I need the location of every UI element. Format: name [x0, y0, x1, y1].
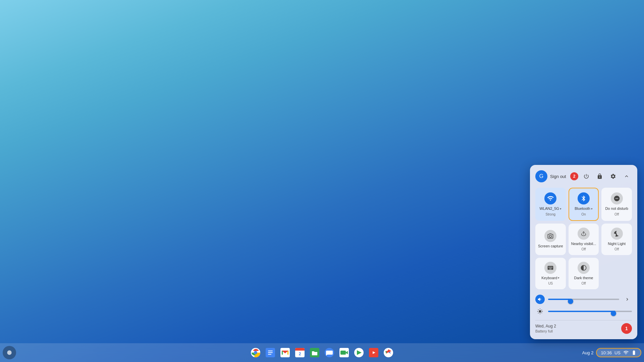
- notification-badge[interactable]: 2: [570, 172, 578, 180]
- taskbar-app-photos[interactable]: [382, 346, 395, 359]
- launcher-button[interactable]: [3, 346, 16, 359]
- screen-capture-icon: [544, 230, 556, 242]
- bluetooth-icon: [578, 192, 590, 204]
- taskbar-app-youtube[interactable]: [367, 346, 380, 359]
- night-light-label: Night Light: [608, 242, 626, 246]
- bluetooth-label: Bluetooth: [575, 206, 590, 211]
- taskbar-app-meet[interactable]: [337, 346, 351, 359]
- wifi-dropdown-arrow: ▾: [560, 207, 561, 210]
- night-light-tile[interactable]: Night Light Off: [601, 224, 632, 255]
- taskbar-date: Aug 2: [582, 350, 593, 355]
- settings-button[interactable]: [608, 171, 619, 182]
- wifi-tile[interactable]: WLAN2_5G ▾ Strong: [535, 188, 566, 221]
- volume-icon: [535, 295, 545, 304]
- sign-out-button[interactable]: Sign out: [550, 174, 568, 179]
- bluetooth-dropdown-arrow: ▾: [591, 207, 593, 210]
- taskbar-app-docs[interactable]: [264, 346, 277, 359]
- taskbar-app-calendar[interactable]: 2: [293, 346, 307, 359]
- brightness-slider[interactable]: [548, 311, 632, 312]
- system-tray[interactable]: 10:36 US: [596, 348, 641, 357]
- night-light-icon: [611, 228, 623, 240]
- taskbar-app-gmail[interactable]: [278, 346, 292, 359]
- taskbar-app-messages[interactable]: [323, 346, 336, 359]
- volume-slider[interactable]: [548, 299, 619, 300]
- bluetooth-sublabel: On: [581, 213, 586, 216]
- taskbar-wifi-icon: [623, 350, 629, 355]
- wifi-sublabel: Strong: [546, 213, 555, 216]
- svg-rect-4: [268, 351, 273, 351]
- do-not-disturb-tile[interactable]: Do not disturb Off: [601, 188, 632, 221]
- volume-slider-row: [535, 295, 632, 304]
- wifi-label-row: WLAN2_5G ▾: [539, 206, 561, 211]
- date-battery-info: Wed, Aug 2 Battery full: [535, 324, 556, 333]
- taskbar: 2: [0, 343, 644, 362]
- quick-settings-header: G Sign out 2: [535, 170, 632, 182]
- quick-settings-panel: G Sign out 2: [530, 165, 637, 339]
- dark-theme-sublabel: Off: [581, 282, 586, 285]
- taskbar-center: 2: [249, 346, 395, 359]
- screen-capture-label: Screen capture: [538, 244, 563, 248]
- nearby-share-icon: [578, 228, 590, 240]
- svg-rect-12: [295, 349, 305, 351]
- svg-rect-17: [340, 351, 346, 355]
- taskbar-right: Aug 2 10:36 US: [582, 348, 641, 357]
- qs-battery: Battery full: [535, 329, 556, 333]
- keyboard-tile[interactable]: Keyboard ▾ US: [535, 258, 566, 289]
- nearby-share-tile[interactable]: Nearby visibil... Off: [569, 224, 599, 255]
- system-tray-locale: US: [614, 350, 621, 355]
- quick-settings-footer: Wed, Aug 2 Battery full 1: [535, 320, 632, 334]
- do-not-disturb-sublabel: Off: [614, 213, 619, 216]
- dark-theme-tile[interactable]: Dark theme Off: [569, 258, 599, 289]
- wifi-icon: [544, 192, 556, 204]
- quick-settings-tiles: WLAN2_5G ▾ Strong Bluetooth ▾ On: [535, 188, 632, 289]
- desktop: G Sign out 2: [0, 0, 644, 362]
- keyboard-icon: [544, 262, 556, 274]
- nearby-share-sublabel: Off: [581, 247, 586, 251]
- do-not-disturb-icon: [611, 192, 623, 204]
- keyboard-dropdown-arrow: ▾: [558, 276, 559, 280]
- volume-expand-button[interactable]: [623, 295, 632, 304]
- keyboard-label-row: Keyboard ▾: [541, 276, 559, 280]
- footer-notification-counter[interactable]: 1: [621, 323, 632, 334]
- quick-settings-sliders: [535, 295, 632, 316]
- svg-rect-5: [268, 352, 273, 353]
- taskbar-app-chrome[interactable]: [249, 346, 262, 359]
- nearby-share-label: Nearby visibil...: [571, 242, 596, 246]
- svg-point-2: [254, 351, 257, 354]
- brightness-slider-row: [535, 307, 632, 316]
- svg-point-0: [7, 350, 11, 355]
- bluetooth-tile[interactable]: Bluetooth ▾ On: [569, 188, 599, 221]
- svg-rect-6: [268, 354, 271, 355]
- night-light-sublabel: Off: [614, 247, 619, 251]
- brightness-icon: [535, 307, 545, 316]
- screen-capture-tile[interactable]: Screen capture: [535, 224, 566, 255]
- qs-date: Wed, Aug 2: [535, 324, 556, 328]
- keyboard-sublabel: US: [548, 282, 553, 285]
- user-avatar[interactable]: G: [535, 170, 547, 182]
- do-not-disturb-label: Do not disturb: [605, 206, 628, 211]
- dark-theme-icon: [578, 262, 590, 274]
- taskbar-app-play[interactable]: [352, 346, 366, 359]
- collapse-button[interactable]: [621, 171, 632, 182]
- power-button[interactable]: [581, 171, 592, 182]
- bluetooth-label-row: Bluetooth ▾: [575, 206, 592, 211]
- dark-theme-label: Dark theme: [574, 276, 593, 280]
- svg-text:2: 2: [299, 352, 301, 356]
- taskbar-battery-icon: [631, 350, 637, 355]
- taskbar-left: [3, 346, 16, 359]
- system-tray-time: 10:36: [601, 350, 612, 355]
- lock-button[interactable]: [594, 171, 605, 182]
- wifi-label: WLAN2_5G: [539, 206, 559, 211]
- taskbar-app-files[interactable]: [308, 346, 321, 359]
- keyboard-label: Keyboard: [541, 276, 557, 280]
